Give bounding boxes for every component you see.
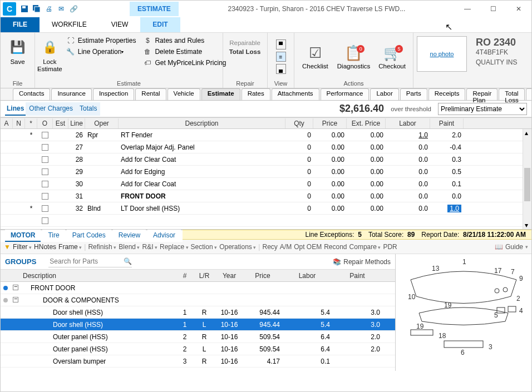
search-icon[interactable]: 🔍	[124, 257, 132, 265]
diagnostics-button[interactable]: 📋0Diagnostics	[337, 44, 370, 70]
toolbar-ri[interactable]: R&I	[142, 243, 158, 251]
toolbar-am[interactable]: A/M	[280, 243, 292, 251]
parts-row[interactable]: Overslam bumper3R10-164.170.1	[1, 355, 395, 368]
mail-icon[interactable]: ✉	[55, 3, 67, 15]
checkout-button[interactable]: 🛒5Checkout	[376, 44, 408, 70]
checklist-button[interactable]: ☑Checklist	[299, 44, 332, 70]
doctab-rates[interactable]: Rates	[242, 88, 270, 100]
report-date-label: Report Date:	[421, 231, 459, 239]
line-operation-button[interactable]: 🔧Line Operation ▾	[62, 46, 140, 57]
parts-row[interactable]: Outer panel (HSS)2R10-16509.546.42.0	[1, 331, 395, 343]
subtab-lines[interactable]: Lines	[5, 102, 26, 116]
estimate-line-row[interactable]: 27Overlap Major Adj. Panel00.000.000.0-0…	[1, 141, 523, 153]
save-button[interactable]: 💾Save	[3, 35, 32, 66]
mypricelink-button[interactable]: 🏷Get MyPriceLink Pricing	[139, 57, 229, 68]
doctab-estimate[interactable]: Estimate	[201, 88, 240, 100]
view-split-button[interactable]: ≡	[276, 52, 286, 62]
parts-row[interactable]: Door shell (HSS)1L10-16945.445.43.0	[1, 319, 395, 331]
svg-rect-5	[444, 341, 483, 348]
toolbar-filter[interactable]: Filter	[13, 243, 32, 251]
subtab-totals[interactable]: Totals	[76, 102, 100, 116]
toolbar-pdr[interactable]: PDR	[383, 243, 397, 251]
menu-edit[interactable]: EDIT	[140, 17, 180, 32]
toolbar-recond[interactable]: Recond	[324, 243, 347, 251]
estimate-line-row[interactable]	[1, 215, 523, 227]
motor-tab-review[interactable]: Review	[113, 230, 146, 242]
motor-tab-tire[interactable]: Tire	[42, 230, 65, 242]
doctab-rental[interactable]: Rental	[135, 88, 166, 100]
delete-estimate-button[interactable]: 🗑Delete Estimate	[139, 46, 229, 57]
toolbar-section[interactable]: Section	[191, 243, 218, 251]
doctab-insurance[interactable]: Insurance	[51, 88, 92, 100]
estimate-status-select[interactable]: Preliminary Estimate	[438, 103, 527, 115]
toolbar-refinish[interactable]: Refinish	[88, 243, 116, 251]
toolbar-optoem[interactable]: Opt OEM	[294, 243, 322, 251]
parts-search-input[interactable]	[48, 256, 132, 267]
lines-scrollbar[interactable]: ▴▾	[523, 129, 531, 229]
repair-methods-button[interactable]: 📚Repair Methods	[333, 258, 391, 266]
lock-estimate-button[interactable]: 🔒Lock Estimate	[37, 35, 62, 73]
doctab-contacts[interactable]: Contacts	[13, 88, 50, 100]
parts-diagram[interactable]: 1131779 1019524 191863	[396, 254, 531, 371]
repairable-button[interactable]: Repairable	[229, 39, 260, 46]
link-icon[interactable]: 🔗	[67, 3, 80, 15]
parts-col-desc: Description	[21, 272, 176, 280]
view-bottom-button[interactable]: ▄	[276, 64, 286, 74]
parts-row[interactable]: Door shell (HSS)1R10-16945.445.43.0	[1, 306, 395, 319]
doctab-vehicle[interactable]: Vehicle	[168, 88, 200, 100]
save-icon[interactable]	[18, 3, 31, 15]
guide-button[interactable]: 📖 Guide	[495, 243, 528, 251]
view-top-button[interactable]: ▀	[276, 39, 286, 49]
toolbar-hnotes[interactable]: HNotes	[34, 243, 56, 251]
estimate-line-row[interactable]: *32BlndLT Door shell (HSS)00.000.000.01.…	[1, 202, 523, 215]
estimate-line-row[interactable]: 28Add for Clear Coat00.000.000.00.3	[1, 153, 523, 166]
estimate-line-row[interactable]: *26RprRT Fender00.000.001.02.0	[1, 129, 523, 141]
menu-view[interactable]: VIEW	[99, 17, 141, 32]
doctab-parts[interactable]: Parts	[400, 88, 427, 100]
close-button[interactable]: ✕	[506, 1, 531, 17]
toolbar-compare[interactable]: Compare	[349, 243, 381, 251]
toolbar-frame[interactable]: Frame	[58, 243, 82, 251]
estimate-context-tab: ESTIMATE	[130, 2, 179, 16]
motor-tab-advisor[interactable]: Advisor	[147, 230, 181, 242]
toolbar-replace[interactable]: Replace	[160, 243, 189, 251]
subtab-other-charges[interactable]: Other Charges	[26, 102, 76, 116]
parts-row[interactable]: Outer panel (HSS)2L10-16509.546.42.0	[1, 343, 395, 355]
doctab-labor[interactable]: Labor	[370, 88, 398, 100]
motor-tab-motor[interactable]: MOTOR	[5, 230, 41, 242]
svg-text:9: 9	[519, 275, 523, 282]
col-a: A	[1, 118, 13, 128]
window-title: 2340923 - Turpin, Sharon - 2016 CHEV Tra…	[179, 5, 455, 13]
doctab-total-loss[interactable]: Total Loss	[499, 88, 524, 100]
maximize-button[interactable]: ☐	[480, 1, 506, 17]
doctab-inspection[interactable]: Inspection	[93, 88, 134, 100]
toolbar-operations[interactable]: Operations	[219, 243, 256, 251]
doctab-repair-plan[interactable]: Repair Plan	[466, 88, 497, 100]
toolbar-recy[interactable]: Recy	[262, 243, 277, 251]
doctab-attachments[interactable]: Attachments	[272, 88, 319, 100]
total-loss-button[interactable]: Total Loss	[229, 48, 261, 55]
minimize-button[interactable]: —	[455, 1, 480, 17]
doctab-receipts[interactable]: Receipts	[428, 88, 466, 100]
svg-text:19: 19	[416, 322, 424, 330]
col-oper: Oper	[85, 118, 119, 128]
estimate-properties-button[interactable]: ⛶Estimate Properties	[62, 35, 140, 46]
rates-rules-button[interactable]: $Rates and Rules	[139, 35, 229, 46]
ribbon-group-file: File	[1, 80, 35, 88]
col-ext: Ext. Price	[347, 118, 386, 128]
saveall-icon[interactable]	[31, 3, 43, 15]
estimate-line-row[interactable]: 29Add for Edging00.000.000.00.5	[1, 166, 523, 178]
menu-file[interactable]: FILE	[1, 17, 40, 32]
doctab-notes[interactable]: Notes	[526, 88, 532, 100]
parts-row[interactable]: DOOR & COMPONENTS	[1, 294, 395, 306]
estimate-line-row[interactable]: 31FRONT DOOR00.000.000.00.0	[1, 190, 523, 202]
doctab-performance[interactable]: Performance	[321, 88, 370, 100]
menu-workfile[interactable]: WORKFILE	[40, 17, 99, 32]
motor-tab-part-codes[interactable]: Part Codes	[67, 230, 111, 242]
no-photo-link[interactable]: no photo	[417, 36, 467, 72]
toolbar-blend[interactable]: Blend	[119, 243, 140, 251]
print-icon[interactable]: 🖨	[43, 3, 55, 15]
estimate-line-row[interactable]: 30Add for Clear Coat00.000.000.00.1	[1, 178, 523, 190]
parts-row[interactable]: FRONT DOOR	[1, 282, 395, 294]
threshold-label: over threshold	[391, 106, 431, 112]
